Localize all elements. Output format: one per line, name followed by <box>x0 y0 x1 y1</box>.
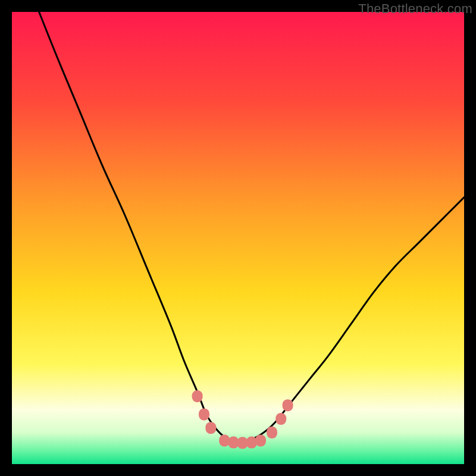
trough-marker <box>205 422 216 434</box>
trough-marker <box>267 427 277 439</box>
chart-frame <box>12 12 464 464</box>
trough-marker <box>192 390 203 402</box>
chart-background <box>12 12 464 464</box>
trough-marker <box>199 408 209 420</box>
trough-marker <box>283 399 293 411</box>
watermark-text: TheBottleneck.com <box>358 1 472 17</box>
trough-marker <box>219 434 230 446</box>
trough-marker <box>246 437 257 449</box>
trough-marker <box>255 434 266 446</box>
bottleneck-chart <box>12 12 464 464</box>
trough-marker <box>275 413 286 425</box>
